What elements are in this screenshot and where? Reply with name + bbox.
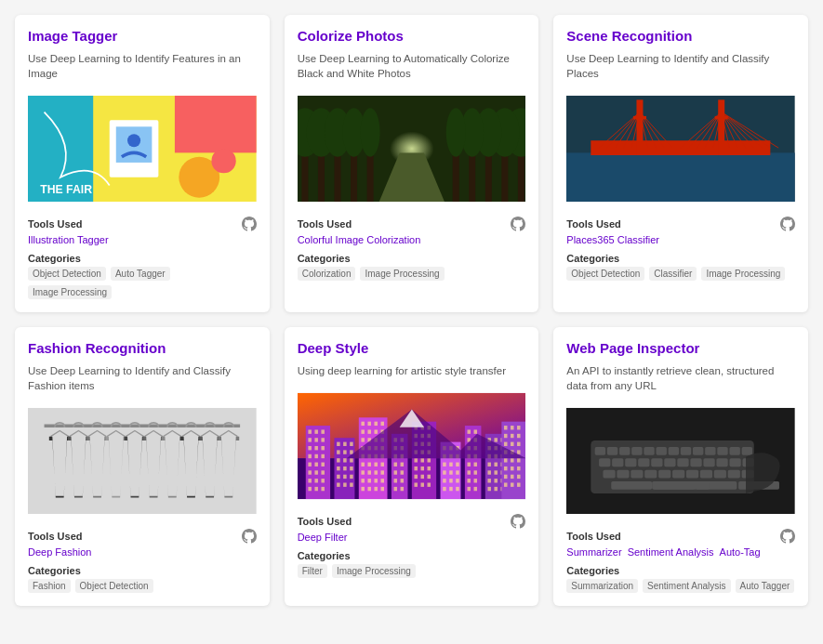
svg-rect-280: [693, 447, 703, 455]
svg-rect-57: [637, 100, 644, 156]
svg-rect-222: [473, 487, 477, 491]
svg-rect-207: [467, 430, 471, 434]
svg-rect-195: [449, 463, 453, 467]
tool-link[interactable]: Deep Filter: [298, 532, 348, 543]
categories-header: Categories: [566, 253, 795, 264]
github-icon[interactable]: [511, 217, 525, 231]
card-title[interactable]: Deep Style: [298, 340, 526, 356]
svg-rect-203: [443, 487, 446, 491]
tools-section: Tools UsedDeep Fashion: [28, 529, 257, 558]
svg-rect-58: [719, 100, 725, 156]
svg-rect-119: [361, 439, 365, 442]
github-icon[interactable]: [511, 514, 525, 529]
svg-rect-96: [343, 451, 347, 454]
card-fashion-recognition[interactable]: Fashion RecognitionUse Deep Learning to …: [15, 327, 270, 606]
tools-header: Tools Used: [298, 514, 526, 529]
tool-links: Deep Filter: [298, 532, 526, 543]
svg-rect-247: [511, 426, 514, 429]
svg-rect-86: [314, 479, 318, 482]
svg-rect-160: [393, 487, 397, 491]
svg-rect-105: [343, 475, 347, 479]
card-image-tagger[interactable]: Image TaggerUse Deep Learning to Identif…: [15, 15, 270, 312]
card-title[interactable]: Scene Recognition: [566, 28, 795, 44]
svg-rect-175: [414, 458, 418, 462]
svg-rect-219: [467, 479, 471, 482]
svg-rect-93: [343, 442, 347, 446]
svg-rect-284: [742, 447, 752, 455]
svg-rect-98: [337, 458, 340, 462]
svg-rect-258: [504, 458, 508, 462]
svg-rect-303: [686, 470, 698, 479]
categories-section: CategoriesFashionObject Detection: [28, 565, 257, 593]
svg-rect-101: [337, 467, 340, 470]
svg-rect-85: [308, 479, 312, 482]
categories-header: Categories: [28, 565, 257, 576]
card-title[interactable]: Fashion Recognition: [28, 340, 257, 356]
tool-link[interactable]: Summarizer: [566, 546, 621, 558]
svg-rect-286: [612, 459, 623, 467]
svg-rect-89: [314, 487, 318, 491]
card-image: [298, 88, 526, 209]
svg-rect-240: [494, 479, 498, 482]
svg-rect-67: [308, 430, 312, 434]
svg-rect-81: [321, 463, 325, 467]
tools-section: Tools UsedColorful Image Colorization: [298, 217, 526, 245]
tool-link[interactable]: Illustration Tagger: [28, 234, 109, 245]
card-description: Use Deep Learning to Identify and Classi…: [28, 363, 257, 393]
svg-rect-225: [494, 439, 498, 442]
category-tag: Image Processing: [28, 285, 112, 299]
card-scene-recognition[interactable]: Scene RecognitionUse Deep Learning to Id…: [553, 15, 808, 312]
tool-link[interactable]: Sentiment Analysis: [628, 546, 714, 558]
svg-rect-114: [380, 422, 384, 426]
github-icon[interactable]: [242, 529, 257, 544]
svg-rect-201: [449, 479, 453, 482]
svg-rect-253: [511, 442, 514, 446]
github-icon[interactable]: [242, 217, 257, 231]
svg-text:THE FAIR: THE FAIR: [40, 183, 92, 196]
tools-label: Tools Used: [298, 218, 352, 230]
tool-link[interactable]: Colorful Image Colorization: [298, 234, 421, 245]
github-icon[interactable]: [780, 217, 795, 231]
category-tags: FilterImage Processing: [298, 564, 526, 578]
svg-rect-267: [504, 483, 508, 487]
tools-header: Tools Used: [566, 529, 795, 544]
svg-rect-305: [714, 470, 726, 479]
github-icon[interactable]: [780, 529, 795, 544]
svg-rect-276: [644, 447, 655, 455]
categories-header: Categories: [28, 253, 257, 264]
svg-rect-282: [718, 447, 728, 455]
card-image: [298, 386, 526, 506]
svg-rect-246: [504, 426, 508, 429]
svg-point-30: [445, 108, 465, 157]
svg-rect-75: [321, 446, 325, 450]
card-title[interactable]: Web Page Inspector: [566, 340, 795, 356]
svg-rect-249: [504, 434, 508, 438]
svg-rect-138: [380, 471, 384, 475]
card-deep-style[interactable]: Deep StyleUsing deep learning for artist…: [285, 327, 539, 606]
svg-rect-236: [487, 471, 491, 475]
tool-link[interactable]: Auto-Tag: [720, 546, 761, 558]
svg-point-7: [211, 149, 235, 173]
tool-link[interactable]: Places365 Classifier: [566, 234, 659, 245]
svg-rect-197: [443, 471, 446, 475]
svg-rect-259: [511, 458, 514, 462]
svg-rect-158: [393, 479, 397, 482]
card-title[interactable]: Colorize Photos: [298, 28, 526, 44]
card-description: Use Deep Learning to Identify Features i…: [28, 51, 257, 81]
tool-link[interactable]: Deep Fashion: [28, 546, 92, 558]
category-tag: Object Detection: [75, 579, 153, 593]
svg-rect-198: [449, 471, 453, 475]
svg-rect-220: [473, 479, 477, 482]
svg-rect-70: [308, 439, 312, 442]
card-title[interactable]: Image Tagger: [28, 28, 257, 44]
card-colorize-photos[interactable]: Colorize PhotosUse Deep Learning to Auto…: [285, 15, 539, 312]
svg-rect-215: [467, 463, 471, 467]
svg-rect-289: [652, 459, 663, 467]
card-web-page-inspector[interactable]: Web Page InspectorAn API to instantly re…: [553, 327, 808, 606]
svg-rect-80: [314, 463, 318, 467]
svg-rect-234: [494, 463, 498, 467]
svg-rect-248: [517, 426, 521, 429]
svg-rect-97: [350, 451, 353, 454]
svg-rect-79: [308, 463, 312, 467]
svg-rect-159: [400, 479, 404, 482]
